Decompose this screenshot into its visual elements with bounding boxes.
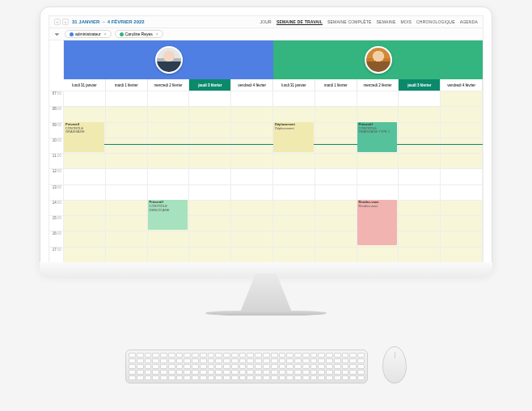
grid-cell[interactable]: [399, 168, 441, 184]
day-header[interactable]: lundi 31 janvier: [64, 79, 106, 91]
grid-cell[interactable]: [64, 247, 106, 262]
day-header[interactable]: mercredi 2 février: [357, 79, 399, 91]
calendar-event[interactable]: DéplacementDéplacement: [273, 122, 314, 152]
grid-cell[interactable]: [231, 91, 273, 106]
grid-cell[interactable]: [148, 138, 190, 153]
view-tab-jour[interactable]: JOUR: [260, 19, 272, 24]
grid-cell[interactable]: [399, 231, 441, 246]
calendar-event[interactable]: PréventifCONTROLE DEBLOCAGE: [148, 200, 188, 230]
grid-cell[interactable]: [273, 153, 315, 168]
grid-cell[interactable]: [189, 231, 231, 246]
grid-cell[interactable]: [106, 122, 148, 138]
grid-cell[interactable]: [106, 184, 148, 200]
grid-cell[interactable]: [106, 153, 148, 168]
grid-cell[interactable]: [64, 200, 106, 215]
calendar-event[interactable]: PréventifCONTROLE GRAISSAGE TYPE 2: [357, 122, 398, 152]
grid-cell[interactable]: [399, 122, 441, 138]
grid-cell[interactable]: [64, 153, 106, 168]
grid-cell[interactable]: [399, 91, 441, 106]
remove-chip-icon[interactable]: ×: [104, 32, 107, 36]
grid-cell[interactable]: [64, 184, 106, 200]
grid-cell[interactable]: [315, 215, 357, 231]
grid-cell[interactable]: [148, 231, 190, 246]
grid-cell[interactable]: [315, 168, 357, 184]
grid-cell[interactable]: [315, 184, 357, 200]
grid-cell[interactable]: [315, 247, 357, 262]
day-header[interactable]: vendredi 4 février: [441, 79, 483, 91]
view-tab-agenda[interactable]: AGENDA: [460, 19, 478, 24]
view-tab-mois[interactable]: MOIS: [400, 19, 412, 24]
grid-cell[interactable]: [189, 153, 231, 168]
grid-cell[interactable]: [189, 247, 231, 262]
grid-cell[interactable]: [441, 215, 483, 231]
grid-cell[interactable]: [189, 168, 231, 184]
grid-cell[interactable]: [399, 153, 441, 168]
view-tab-semaine-de-travail[interactable]: SEMAINE DE TRAVAIL: [277, 19, 323, 24]
grid-cell[interactable]: [231, 247, 273, 262]
grid-cell[interactable]: [231, 168, 273, 184]
grid-cell[interactable]: [315, 138, 357, 153]
grid-cell[interactable]: [273, 247, 315, 262]
grid-cell[interactable]: [189, 91, 231, 106]
calendar-event[interactable]: Rendez-vousRendez-vous: [357, 200, 398, 246]
grid-cell[interactable]: [189, 122, 231, 138]
calendar-event[interactable]: PréventifCONTROLE GRAISSAGE: [64, 122, 104, 152]
grid-cell[interactable]: [189, 106, 231, 121]
grid-cell[interactable]: [399, 200, 441, 215]
grid-cell[interactable]: [231, 138, 273, 153]
grid-cell[interactable]: [231, 122, 273, 138]
view-tab-chronologique[interactable]: CHRONOLOGIQUE: [416, 19, 455, 24]
grid-cell[interactable]: [441, 153, 483, 168]
grid-cell[interactable]: [441, 231, 483, 246]
grid-cell[interactable]: [441, 91, 483, 106]
grid-cell[interactable]: [399, 215, 441, 231]
grid-cell[interactable]: [315, 231, 357, 246]
grid-cell[interactable]: [357, 153, 399, 168]
grid-cell[interactable]: [64, 231, 106, 246]
grid-cell[interactable]: [148, 184, 190, 200]
grid-cell[interactable]: [106, 91, 148, 106]
grid-cell[interactable]: [64, 215, 106, 231]
grid-cell[interactable]: [64, 106, 106, 121]
grid-cell[interactable]: [357, 91, 399, 106]
grid-cell[interactable]: [273, 91, 315, 106]
grid-cell[interactable]: [148, 122, 190, 138]
day-header[interactable]: mercredi 2 février: [148, 79, 190, 91]
grid-cell[interactable]: [189, 184, 231, 200]
person-col-2[interactable]: [273, 40, 483, 79]
grid-cell[interactable]: [273, 231, 315, 246]
grid-cell[interactable]: [148, 106, 190, 121]
grid-cell[interactable]: [315, 200, 357, 215]
grid-cell[interactable]: [441, 106, 483, 121]
grid-cell[interactable]: [441, 184, 483, 200]
grid-cell[interactable]: [64, 91, 106, 106]
day-header[interactable]: mardi 1 février: [106, 79, 148, 91]
grid-cell[interactable]: [273, 184, 315, 200]
day-header[interactable]: mardi 1 février: [315, 79, 357, 91]
grid-cell[interactable]: [231, 153, 273, 168]
grid-cells[interactable]: PréventifCONTROLE GRAISSAGEPréventifCONT…: [64, 91, 483, 262]
grid-cell[interactable]: [399, 247, 441, 262]
grid-cell[interactable]: [315, 91, 357, 106]
grid-cell[interactable]: [106, 168, 148, 184]
grid-cell[interactable]: [148, 91, 190, 106]
day-header[interactable]: lundi 31 janvier: [273, 79, 315, 91]
grid-cell[interactable]: [106, 106, 148, 121]
calendar-grid[interactable]: ▸ 07 :0008 :0009 :0010 :0011 :0012 :0013…: [49, 91, 483, 262]
grid-cell[interactable]: [231, 184, 273, 200]
grid-cell[interactable]: [315, 122, 357, 138]
grid-cell[interactable]: [106, 215, 148, 231]
grid-cell[interactable]: [441, 122, 483, 138]
filter-chip[interactable]: administrateur×: [65, 30, 112, 38]
filter-icon[interactable]: ⏷: [53, 32, 61, 37]
grid-cell[interactable]: [273, 106, 315, 121]
view-tab-semaine-complète[interactable]: SEMAINE COMPLÈTE: [327, 19, 372, 24]
day-header[interactable]: vendredi 4 février: [231, 79, 273, 91]
grid-cell[interactable]: [273, 168, 315, 184]
grid-cell[interactable]: [106, 200, 148, 215]
grid-cell[interactable]: [231, 200, 273, 215]
grid-cell[interactable]: [148, 153, 190, 168]
grid-cell[interactable]: [399, 184, 441, 200]
view-tab-semaine[interactable]: SEMAINE: [377, 19, 396, 24]
grid-cell[interactable]: [399, 138, 441, 153]
